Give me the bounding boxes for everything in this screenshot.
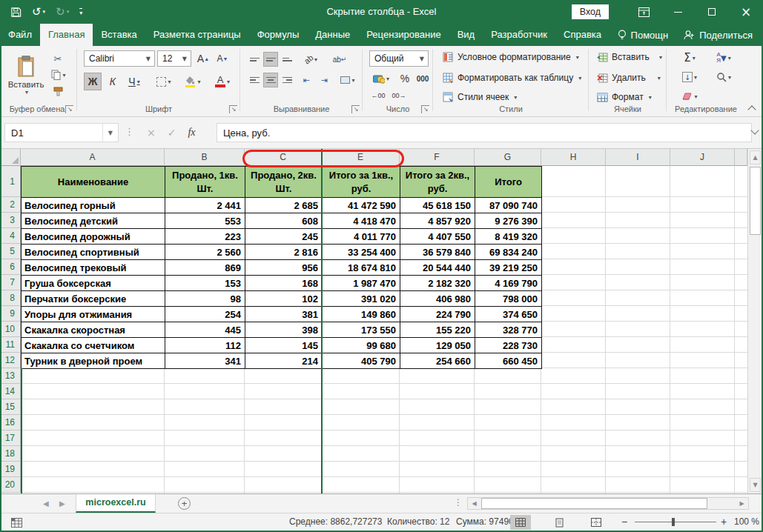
insert-cells-item[interactable]: Вставить▾ [597,52,662,62]
cell[interactable]: 223 [165,229,245,245]
cell[interactable]: 153 [165,276,245,291]
row-header-16[interactable]: 16 [0,415,21,430]
cell[interactable]: Велосипед трековый [22,260,165,276]
table-header-cell[interactable]: Итого за 1кв., руб. [323,167,400,198]
tab-item-6[interactable]: Рецензирование [358,24,449,46]
cell[interactable]: 224 790 [400,307,475,322]
scroll-right-icon[interactable]: ▶ [736,498,748,509]
view-normal-button[interactable] [510,515,531,530]
comma-style-icon[interactable]: 000 [414,71,432,86]
cell[interactable]: 2 441 [165,198,245,213]
expand-formula-bar-icon[interactable] [750,126,759,134]
row-header-9[interactable]: 9 [0,306,21,322]
delete-cells-item[interactable]: Удалить▾ [597,73,661,83]
row-header-2[interactable]: 2 [0,197,21,213]
cell[interactable]: 102 [245,291,323,307]
scroll-up-icon[interactable]: ▲ [750,150,761,164]
cut-icon[interactable]: ✂ [49,52,67,65]
tab-item-2[interactable]: Вставка [93,24,145,46]
row-header-14[interactable]: 14 [0,384,21,399]
cell[interactable]: 2 182 320 [400,276,475,291]
scroll-down-icon[interactable]: ▼ [750,478,761,492]
cell[interactable]: 2 560 [165,245,245,260]
row-header-8[interactable]: 8 [0,290,21,306]
cell[interactable]: Велосипед горный [22,198,165,213]
percent-icon[interactable]: % [397,71,412,86]
help-menu[interactable]: Помощн [618,30,669,41]
format-painter-icon[interactable] [49,84,67,98]
cell[interactable]: 41 472 590 [323,198,400,213]
tab-item-9[interactable]: Справка [555,24,610,46]
tab-file[interactable]: Файл [0,24,40,46]
alignment-dialog-launcher[interactable]: ↘ [351,105,360,113]
row-header-5[interactable]: 5 [0,244,21,259]
table-header-cell[interactable]: Итого за 2кв., руб. [400,167,475,198]
cell[interactable]: Велосипед детский [22,213,165,229]
cell[interactable]: 145 [245,338,323,353]
increase-decimal-icon[interactable]: ←00 [369,89,387,102]
cell[interactable]: Упоры для отжимания [22,307,165,322]
cell[interactable]: 1 987 470 [323,276,400,291]
cell[interactable]: 341 [165,353,245,369]
cell[interactable]: 228 730 [475,338,542,353]
cell[interactable]: 405 790 [323,353,400,369]
conditional-formatting-item[interactable]: Условное форматирование▾ [443,52,579,62]
cell[interactable]: 398 [245,322,323,338]
sheet-nav-right-icon[interactable]: ▶ [59,494,65,513]
font-size-select[interactable]: 12▼ [157,50,191,67]
cell[interactable]: 2 685 [245,198,323,213]
cell[interactable]: 4 169 790 [475,276,542,291]
cell[interactable]: 254 [165,307,245,322]
row-header-11[interactable]: 11 [0,337,21,353]
tab-item-1[interactable]: Главная [40,24,93,46]
cell[interactable]: 608 [245,213,323,229]
column-header-J[interactable]: J [670,149,735,166]
row-header-12[interactable]: 12 [0,353,21,368]
cell[interactable]: 381 [245,307,323,322]
formula-bar-handle[interactable]: ⋮ [125,126,134,137]
insert-function-icon[interactable]: fx [188,127,195,139]
tab-item-5[interactable]: Данные [307,24,358,46]
row-header-17[interactable]: 17 [0,430,21,446]
cell[interactable]: 9 276 390 [475,213,542,229]
cell[interactable]: 798 000 [475,291,542,307]
number-dialog-launcher[interactable]: ↘ [421,105,429,113]
underline-button[interactable]: Ч▾ [122,73,146,90]
collapse-ribbon-icon[interactable] [747,105,756,113]
clear-icon[interactable]: ▾ [676,89,703,104]
select-all-corner[interactable] [0,149,21,166]
cell[interactable]: 553 [165,213,245,229]
accounting-format-icon[interactable]: ▾ [369,71,393,86]
column-header-I[interactable]: I [606,149,670,166]
cell[interactable]: 98 [165,291,245,307]
cell[interactable]: 4 418 470 [323,213,400,229]
zoom-slider[interactable] [635,522,716,522]
cell[interactable]: Велосипед дорожный [22,229,165,245]
bold-button[interactable]: Ж [84,73,102,90]
column-header-A[interactable]: A [21,149,165,166]
column-header-F[interactable]: F [400,149,475,166]
cell-styles-item[interactable]: Стили ячеек▾ [443,92,517,102]
cell[interactable]: 8 419 320 [475,229,542,245]
table-header-cell[interactable]: Продано, 1кв. Шт. [165,167,245,198]
cell[interactable]: 391 020 [323,291,400,307]
cell[interactable]: 4 857 920 [400,213,475,229]
merge-center-icon[interactable]: ▾ [336,73,360,87]
enter-icon[interactable]: ✓ [168,127,176,139]
zoom-level[interactable]: 100 % [734,516,759,527]
scroll-left-icon[interactable]: ◀ [468,498,480,509]
view-page-layout-button[interactable] [549,515,569,530]
cell[interactable]: 20 544 440 [400,260,475,276]
sheet-tab-active[interactable]: microexcel.ru [76,494,156,513]
close-icon[interactable]: × [729,0,763,24]
cell[interactable]: Перчатки боксерские [22,291,165,307]
table-header-cell[interactable]: Продано, 2кв. Шт. [245,167,323,198]
column-header-H[interactable]: H [541,149,606,166]
minimize-icon[interactable] [661,0,695,24]
cell[interactable]: 374 650 [475,307,542,322]
cell[interactable]: 149 860 [323,307,400,322]
decrease-indent-icon[interactable]: ⇤ [299,73,314,87]
align-bottom-icon[interactable] [280,52,294,67]
row-header-20[interactable]: 20 [0,477,21,493]
macro-record-icon[interactable] [6,515,27,530]
